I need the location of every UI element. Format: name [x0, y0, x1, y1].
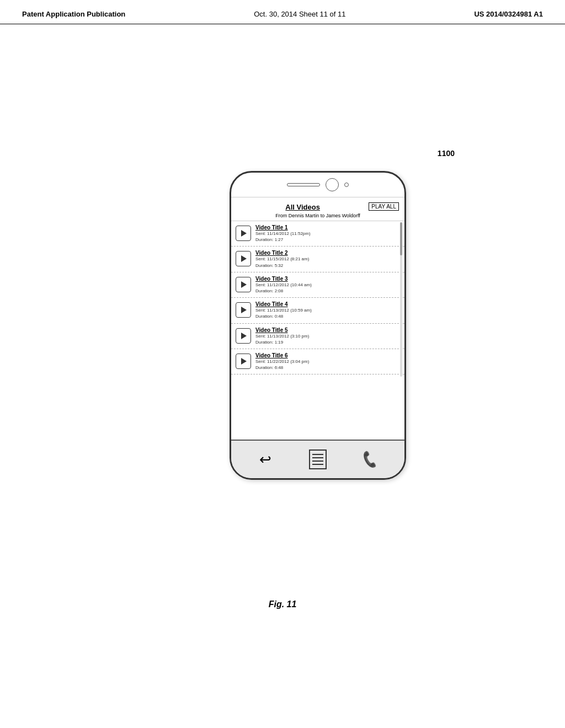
screen-subtitle: From Dennis Martin to James Woldorff [237, 213, 399, 218]
phone-screen: PLAY ALL All Videos From Dennis Martin t… [231, 197, 404, 374]
phone-bottom-bar: ↩ 📞 [231, 440, 404, 478]
phone-body: PLAY ALL All Videos From Dennis Martin t… [230, 171, 406, 480]
menu-icon [309, 449, 327, 469]
play-button-4[interactable] [236, 302, 251, 318]
patent-label: Patent Application Publication [22, 10, 125, 18]
menu-button[interactable] [304, 446, 332, 473]
figure-caption: Fig. 11 [269, 599, 297, 609]
speaker-icon [287, 183, 320, 186]
video-list: Video Title 1 Sent: 11/14/2012 (11:52pm)… [231, 221, 404, 374]
video-title-4: Video Title 4 [255, 301, 400, 307]
scrollbar[interactable] [400, 222, 402, 374]
video-item[interactable]: Video Title 4 Sent: 11/13/2012 (10:59 am… [231, 298, 404, 323]
video-item[interactable]: Video Title 2 Sent: 11/15/2012 (8:21 am)… [231, 247, 404, 272]
play-triangle-icon [241, 281, 247, 288]
back-button[interactable]: ↩ [252, 446, 279, 473]
video-title-2: Video Title 2 [255, 250, 400, 256]
video-title-6: Video Title 6 [255, 352, 400, 358]
video-info-5: Video Title 5 Sent: 11/13/2012 (3:10 pm)… [255, 327, 400, 345]
play-button-1[interactable] [236, 226, 251, 241]
play-button-5[interactable] [236, 328, 251, 344]
play-triangle-icon [241, 255, 247, 262]
video-meta-6: Sent: 11/22/2012 (3:04 pm)Duration: 6:48 [255, 358, 400, 371]
screen-title: All Videos [285, 203, 320, 211]
video-meta-4: Sent: 11/13/2012 (10:59 am)Duration: 0:4… [255, 307, 400, 319]
play-button-3[interactable] [236, 277, 251, 292]
patent-number: US 2014/0324981 A1 [474, 10, 543, 18]
video-item[interactable]: Video Title 3 Sent: 11/12/2012 (10:44 am… [231, 272, 404, 298]
video-item[interactable]: Video Title 1 Sent: 11/14/2012 (11:52pm)… [231, 221, 404, 247]
phone-device: PLAY ALL All Videos From Dennis Martin t… [230, 171, 406, 480]
video-item[interactable]: Video Title 6 Sent: 11/22/2012 (3:04 pm)… [231, 349, 404, 374]
play-all-button[interactable]: PLAY ALL [369, 202, 399, 211]
play-triangle-icon [241, 230, 247, 237]
home-button[interactable] [326, 178, 339, 191]
video-title-1: Video Title 1 [255, 224, 400, 231]
video-meta-2: Sent: 11/15/2012 (8:21 am)Duration: 5:32 [255, 256, 400, 268]
phone-top-bar [231, 173, 404, 197]
video-title-3: Video Title 3 [255, 276, 400, 282]
video-meta-5: Sent: 11/13/2012 (3:10 pm)Duration: 1:19 [255, 333, 400, 345]
video-meta-1: Sent: 11/14/2012 (11:52pm)Duration: 1:27 [255, 231, 400, 243]
reference-number: 1100 [438, 149, 455, 158]
page-header: Patent Application Publication Oct. 30, … [0, 0, 565, 24]
phone-button[interactable]: 📞 [356, 446, 384, 473]
video-info-3: Video Title 3 Sent: 11/12/2012 (10:44 am… [255, 276, 400, 294]
video-meta-3: Sent: 11/12/2012 (10:44 am)Duration: 2:0… [255, 282, 400, 294]
screen-header: PLAY ALL All Videos From Dennis Martin t… [231, 197, 404, 221]
video-info-2: Video Title 2 Sent: 11/15/2012 (8:21 am)… [255, 250, 400, 268]
video-item[interactable]: Video Title 5 Sent: 11/13/2012 (3:10 pm)… [231, 324, 404, 349]
play-triangle-icon [241, 333, 247, 339]
video-title-5: Video Title 5 [255, 327, 400, 333]
video-info-4: Video Title 4 Sent: 11/13/2012 (10:59 am… [255, 301, 400, 319]
play-triangle-icon [241, 307, 247, 313]
scrollbar-thumb[interactable] [400, 222, 402, 255]
camera-icon [344, 183, 349, 187]
play-triangle-icon [241, 358, 247, 365]
video-info-1: Video Title 1 Sent: 11/14/2012 (11:52pm)… [255, 224, 400, 243]
video-info-6: Video Title 6 Sent: 11/22/2012 (3:04 pm)… [255, 352, 400, 371]
play-button-2[interactable] [236, 251, 251, 266]
play-button-6[interactable] [236, 354, 251, 369]
publication-info: Oct. 30, 2014 Sheet 11 of 11 [254, 10, 345, 18]
